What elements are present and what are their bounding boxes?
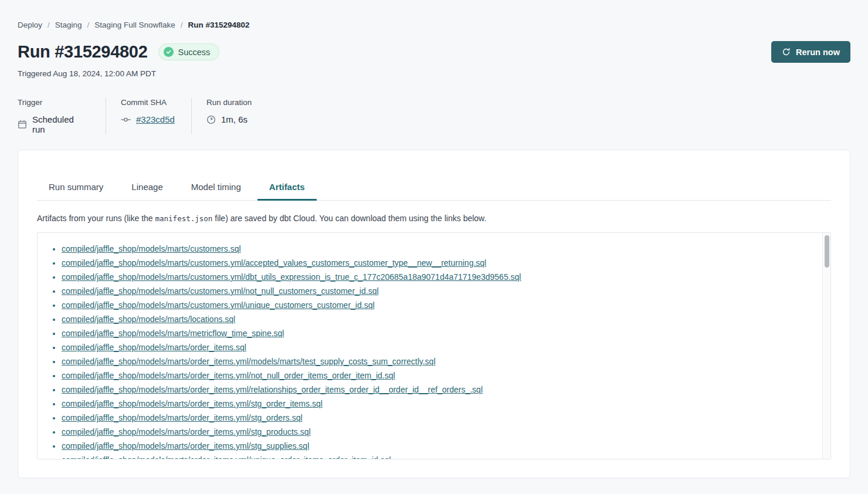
artifact-list-item: compiled/jaffle_shop/models/marts/custom… [62,270,819,284]
artifact-link[interactable]: compiled/jaffle_shop/models/marts/order_… [62,399,323,408]
artifacts-description-suffix: file) are saved by dbt Cloud. You can do… [212,214,486,223]
artifact-list-item: compiled/jaffle_shop/models/marts/order_… [62,340,819,354]
artifact-link[interactable]: compiled/jaffle_shop/models/marts/locati… [62,314,235,324]
run-detail-page: Deploy / Staging / Staging Full Snowflak… [0,21,868,478]
artifact-link[interactable]: compiled/jaffle_shop/models/marts/custom… [62,286,379,296]
artifact-list-item: compiled/jaffle_shop/models/marts/locati… [62,312,819,326]
breadcrumb-separator: / [48,21,50,29]
artifact-link[interactable]: compiled/jaffle_shop/models/marts/order_… [62,371,395,380]
breadcrumb: Deploy / Staging / Staging Full Snowflak… [18,21,850,29]
artifact-list-item-partial: compiled/jaffle_shop/models/marts/order_… [62,453,819,459]
tab-model-timing[interactable]: Model timing [179,176,253,200]
tab-artifacts[interactable]: Artifacts [257,176,317,200]
trigger-value: Scheduled run [32,114,88,134]
artifacts-description: Artifacts from your runs (like the manif… [37,214,831,223]
artifact-list-item: compiled/jaffle_shop/models/marts/order_… [62,383,819,397]
tab-bar: Run summary Lineage Model timing Artifac… [37,176,831,201]
run-duration-label: Run duration [206,98,252,107]
trigger-label: Trigger [18,98,88,107]
artifact-link[interactable]: compiled/jaffle_shop/models/marts/custom… [62,244,241,253]
page-title: Run #315294802 [18,42,148,62]
artifact-list-item: compiled/jaffle_shop/models/marts/custom… [62,298,819,312]
run-details: Trigger Scheduled run Commit SHA #323cd5… [18,98,850,134]
tab-run-summary[interactable]: Run summary [37,176,115,200]
artifact-link[interactable]: compiled/jaffle_shop/models/marts/custom… [62,272,521,282]
artifact-list-item: compiled/jaffle_shop/models/marts/order_… [62,368,819,383]
artifact-list: compiled/jaffle_shop/models/marts/custom… [38,233,830,459]
commit-icon [121,115,131,124]
header: Run #315294802 Success Rerun now [18,41,850,63]
artifact-link[interactable]: compiled/jaffle_shop/models/marts/metric… [62,329,284,338]
artifact-link[interactable]: compiled/jaffle_shop/models/marts/order_… [62,413,303,422]
breadcrumb-job[interactable]: Staging Full Snowflake [94,21,175,29]
artifact-list-item: compiled/jaffle_shop/models/marts/metric… [62,326,819,340]
artifact-list-item: compiled/jaffle_shop/models/marts/custom… [62,256,819,270]
refresh-icon [782,48,791,56]
artifact-link[interactable]: compiled/jaffle_shop/models/marts/order_… [62,427,311,437]
breadcrumb-deploy[interactable]: Deploy [18,21,42,29]
manifest-json-code: manifest.json [155,214,213,223]
rerun-now-button[interactable]: Rerun now [771,41,850,63]
breadcrumb-current-run: Run #315294802 [188,21,249,29]
triggered-timestamp: Triggered Aug 18, 2024, 12:00 AM PDT [18,69,850,78]
duration-detail: Run duration 1m, 6s [192,98,269,134]
artifact-list-item: compiled/jaffle_shop/models/marts/custom… [62,284,819,298]
tab-lineage[interactable]: Lineage [120,176,174,200]
artifact-link[interactable]: compiled/jaffle_shop/models/marts/order_… [62,357,436,366]
calendar-icon [18,120,27,129]
breadcrumb-separator: / [181,21,183,29]
artifact-link[interactable]: compiled/jaffle_shop/models/marts/order_… [62,385,483,394]
artifact-list-item: compiled/jaffle_shop/models/marts/order_… [62,439,819,453]
run-duration-value: 1m, 6s [221,114,247,124]
artifacts-description-prefix: Artifacts from your runs (like the [37,214,155,223]
scrollbar-thumb[interactable] [825,235,829,268]
artifact-link[interactable]: compiled/jaffle_shop/models/marts/custom… [62,258,486,268]
artifact-link[interactable]: compiled/jaffle_shop/models/marts/order_… [62,455,391,459]
artifact-list-item: compiled/jaffle_shop/models/marts/order_… [62,397,819,411]
status-badge: Success [158,43,220,60]
clock-icon [206,115,216,124]
artifact-link[interactable]: compiled/jaffle_shop/models/marts/order_… [62,343,246,352]
commit-sha-link[interactable]: #323cd5d [136,114,175,124]
run-content-card: Run summary Lineage Model timing Artifac… [18,150,850,478]
breadcrumb-staging[interactable]: Staging [55,21,82,29]
trigger-detail: Trigger Scheduled run [18,98,106,134]
breadcrumb-separator: / [87,21,90,29]
artifact-list-item: compiled/jaffle_shop/models/marts/order_… [62,354,819,368]
commit-detail: Commit SHA #323cd5d [106,98,192,134]
artifact-list-container: compiled/jaffle_shop/models/marts/custom… [37,232,831,459]
artifact-list-item: compiled/jaffle_shop/models/marts/order_… [62,425,819,439]
artifact-link[interactable]: compiled/jaffle_shop/models/marts/custom… [62,300,375,310]
artifact-link[interactable]: compiled/jaffle_shop/models/marts/order_… [62,441,309,451]
rerun-now-label: Rerun now [796,48,840,57]
scrollbar-track[interactable] [822,233,830,459]
artifact-list-item: compiled/jaffle_shop/models/marts/custom… [62,242,819,256]
commit-sha-label: Commit SHA [121,98,174,107]
artifact-list-item: compiled/jaffle_shop/models/marts/order_… [62,411,819,425]
status-badge-label: Success [178,48,211,57]
check-icon [164,47,174,57]
